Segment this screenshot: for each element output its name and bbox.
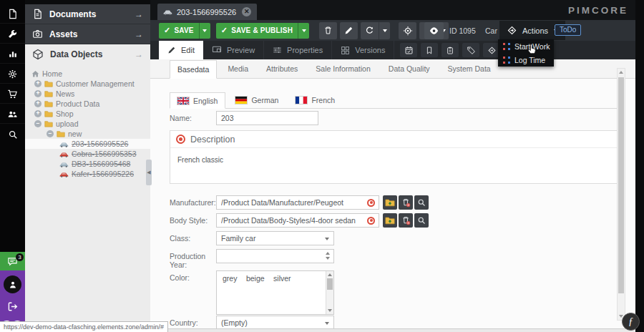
tab-sale-information[interactable]: Sale Information bbox=[308, 59, 377, 78]
save-publish-button[interactable]: ✓SAVE & PUBLISH bbox=[216, 23, 298, 39]
rail-file-button[interactable] bbox=[0, 4, 25, 24]
tags-button[interactable] bbox=[462, 43, 479, 57]
reload-dropdown-button[interactable] bbox=[379, 22, 390, 39]
tree-item-object[interactable]: Cobra-1566995353 bbox=[25, 149, 150, 159]
description-editor[interactable]: French classic bbox=[170, 148, 623, 172]
description-title: Description bbox=[190, 135, 235, 145]
menu-item-start-work[interactable]: Start Work bbox=[498, 39, 554, 53]
rail-search-button[interactable] bbox=[0, 125, 25, 144]
german-flag-icon bbox=[235, 97, 247, 104]
tab-preview[interactable]: Preview bbox=[203, 41, 264, 59]
tab-data-quality[interactable]: Data Quality bbox=[381, 59, 437, 78]
lang-tab-english[interactable]: English bbox=[170, 92, 225, 109]
sliders-icon bbox=[273, 46, 282, 54]
open-object-tab[interactable]: 203-1566995526 ✕ bbox=[157, 4, 257, 20]
lang-tab-french[interactable]: French bbox=[288, 92, 342, 108]
sidebar-section-data-objects[interactable]: Data Objects → bbox=[25, 44, 150, 64]
notes-events-button[interactable] bbox=[441, 43, 459, 57]
color-multiselect[interactable]: grey beige silver bbox=[216, 270, 334, 315]
spin-down-icon[interactable] bbox=[326, 257, 330, 260]
tree-item-object-selected[interactable]: 203-1566995526 bbox=[25, 139, 150, 149]
collapse-minus-icon[interactable]: − bbox=[47, 130, 54, 137]
tree-item-object[interactable]: DB3-1566995468 bbox=[25, 159, 150, 169]
search-relation-button[interactable] bbox=[414, 213, 429, 228]
rail-tools-button[interactable] bbox=[0, 24, 25, 44]
main-area: 203-1566995526 ✕ PIMCORE ✓SAVE ✓SAVE & P… bbox=[150, 0, 644, 332]
bookmark-button[interactable] bbox=[421, 43, 438, 57]
scroll-up-icon[interactable] bbox=[619, 71, 623, 74]
lang-tab-german[interactable]: German bbox=[228, 92, 286, 108]
rail-customers-button[interactable] bbox=[0, 104, 25, 124]
avatar[interactable] bbox=[4, 275, 21, 293]
manufacturer-input[interactable] bbox=[216, 195, 379, 210]
search-relation-button[interactable] bbox=[414, 195, 429, 210]
search-icon bbox=[417, 198, 426, 207]
panel-collapse-handle[interactable]: ◀ bbox=[146, 160, 152, 185]
grid-icon bbox=[341, 46, 350, 55]
expand-plus-icon[interactable]: + bbox=[34, 110, 42, 117]
notifications-button[interactable]: 3 bbox=[0, 252, 25, 270]
collapse-minus-icon[interactable]: − bbox=[34, 120, 42, 127]
sidebar-section-assets[interactable]: Assets → bbox=[25, 24, 150, 44]
tree-item-folder[interactable]: − new bbox=[25, 129, 150, 139]
save-dropdown-button[interactable] bbox=[199, 23, 210, 39]
tree-item-folder[interactable]: − upload bbox=[25, 119, 150, 129]
name-row: Name: bbox=[170, 111, 318, 125]
tab-basedata[interactable]: Basedata bbox=[170, 60, 217, 79]
logout-icon[interactable] bbox=[6, 301, 19, 313]
color-option[interactable]: silver bbox=[268, 274, 291, 283]
expand-plus-icon[interactable]: + bbox=[34, 100, 42, 107]
tree-item-folder[interactable]: + Shop bbox=[25, 109, 150, 119]
save-publish-dropdown-button[interactable] bbox=[298, 23, 309, 39]
tab-edit[interactable]: Edit bbox=[159, 41, 203, 59]
rename-button[interactable] bbox=[340, 22, 358, 39]
expand-plus-icon[interactable]: + bbox=[34, 80, 42, 87]
main-vertical-scrollbar[interactable] bbox=[617, 68, 625, 321]
expand-plus-icon[interactable]: + bbox=[34, 90, 42, 97]
class-select[interactable]: Family car bbox=[216, 231, 334, 245]
close-icon[interactable]: ✕ bbox=[242, 7, 251, 16]
delete-button[interactable] bbox=[319, 22, 337, 39]
scroll-up-icon[interactable] bbox=[328, 273, 332, 276]
field-label: Country: bbox=[170, 316, 216, 327]
schedule-button[interactable] bbox=[400, 43, 417, 57]
spinner-arrows[interactable] bbox=[326, 252, 330, 260]
tree-item-home[interactable]: Home bbox=[25, 69, 150, 79]
chevron-down-icon bbox=[383, 29, 387, 32]
preview-eye-button[interactable] bbox=[424, 22, 444, 39]
open-element-button[interactable] bbox=[383, 195, 397, 210]
tab-properties[interactable]: Properties bbox=[264, 41, 332, 59]
folder-icon bbox=[44, 80, 53, 87]
menu-item-log-time[interactable]: Log Time bbox=[498, 53, 554, 67]
rail-shop-button[interactable] bbox=[0, 84, 25, 104]
production-year-spinner[interactable] bbox=[216, 249, 334, 263]
country-select[interactable]: (Empty) bbox=[216, 316, 334, 330]
scrollbar-thumb[interactable] bbox=[618, 77, 624, 293]
color-option[interactable]: grey bbox=[217, 274, 237, 283]
tree-item-folder[interactable]: + News bbox=[25, 89, 150, 99]
reload-button[interactable] bbox=[361, 22, 379, 39]
open-element-button[interactable] bbox=[383, 213, 397, 228]
tree-item-folder[interactable]: + Product Data bbox=[25, 99, 150, 109]
tree-item-object[interactable]: Kafer-1566995226 bbox=[25, 169, 150, 179]
listbox-scrollbar[interactable] bbox=[326, 271, 333, 314]
tab-system-data[interactable]: System Data bbox=[441, 59, 498, 78]
name-input[interactable] bbox=[216, 111, 318, 125]
locate-in-tree-button[interactable] bbox=[399, 22, 416, 39]
scroll-down-icon[interactable] bbox=[328, 309, 332, 312]
tab-attributes[interactable]: Attributes bbox=[259, 59, 305, 78]
tab-versions[interactable]: Versions bbox=[332, 41, 394, 59]
sidebar-section-documents[interactable]: Documents → bbox=[25, 4, 150, 24]
scrollbar-thumb[interactable] bbox=[327, 278, 333, 290]
field-label: Name: bbox=[170, 111, 216, 122]
remove-relation-button[interactable] bbox=[399, 213, 413, 228]
rail-reports-button[interactable] bbox=[0, 44, 25, 64]
color-option[interactable]: beige bbox=[240, 274, 265, 283]
remove-relation-button[interactable] bbox=[399, 195, 413, 210]
tree-item-folder[interactable]: + Customer Management bbox=[25, 79, 150, 89]
spin-up-icon[interactable] bbox=[326, 252, 330, 255]
tab-media[interactable]: Media bbox=[220, 59, 255, 78]
save-button[interactable]: ✓SAVE bbox=[159, 23, 199, 39]
body-style-input[interactable] bbox=[216, 213, 379, 228]
rail-settings-button[interactable] bbox=[0, 64, 25, 84]
